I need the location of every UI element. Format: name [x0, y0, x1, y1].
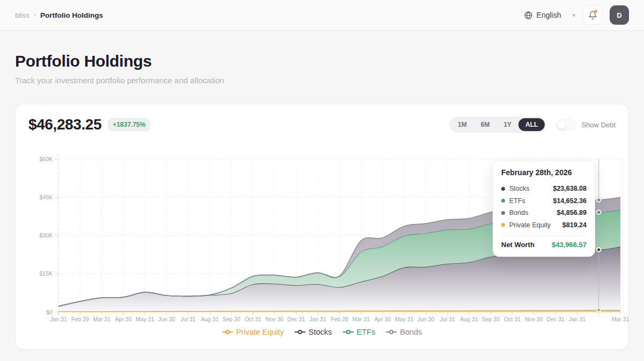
range-button-1m[interactable]: 1M	[451, 118, 474, 131]
x-axis-label: May 31	[395, 316, 414, 322]
tooltip-networth-label: Net Worth	[501, 241, 535, 249]
legend-label: Private Equity	[236, 328, 284, 336]
x-axis-label: Nov 30	[266, 316, 283, 322]
language-selector[interactable]: English ▾	[524, 11, 575, 20]
tooltip-date: February 28th, 2026	[501, 168, 587, 177]
toggle-knob	[558, 121, 566, 129]
x-axis-label: Aug 31	[201, 316, 218, 322]
x-axis-label: Apr 30	[115, 316, 131, 322]
legend-label: Bonds	[400, 328, 422, 336]
tooltip-networth-value: $43,966.57	[552, 241, 587, 249]
legend-marker-icon	[222, 329, 233, 335]
x-axis-label: Sep 30	[223, 316, 240, 322]
x-axis-label: Oct 31	[245, 316, 261, 322]
y-axis-label: $30K	[39, 232, 53, 239]
tooltip-row-value: $4,856.89	[557, 209, 587, 216]
legend-item-private_equity[interactable]: Private Equity	[222, 328, 284, 336]
tooltip-row: Private Equity $819.24	[501, 219, 587, 232]
tooltip-rows: Stocks $23,638.08 ETFs $14,652.36 Bonds …	[501, 183, 587, 231]
x-axis-label: Dec 31	[287, 316, 305, 322]
tooltip-divider	[501, 235, 587, 236]
language-label: English	[537, 11, 561, 19]
show-debt-label: Show Debt	[581, 121, 616, 129]
tooltip-row-label: Stocks	[509, 185, 530, 192]
tooltip-row: ETFs $14,652.36	[501, 195, 587, 207]
legend-label: ETFs	[357, 328, 376, 336]
portfolio-card: $46,283.25 +1837.75% 1M6M1YALL Show Debt…	[15, 104, 629, 350]
x-axis-label: Mar 31	[352, 316, 370, 322]
legend-marker-icon	[343, 329, 354, 335]
y-axis-label: $60K	[39, 156, 53, 162]
series-dot-icon	[501, 223, 505, 227]
highlight-dot-core-icon	[597, 198, 600, 201]
x-axis-label: Jun 30	[418, 316, 435, 322]
x-axis-label: Aug 31	[460, 316, 478, 322]
tooltip-row-label: ETFs	[509, 197, 525, 205]
series-dot-icon	[501, 199, 505, 203]
x-axis-label: Jul 31	[440, 316, 455, 322]
tooltip-row-label: Bonds	[509, 209, 528, 216]
x-axis-label: Mar 31	[93, 316, 111, 322]
series-dot-icon	[501, 187, 505, 191]
globe-icon	[524, 11, 533, 20]
x-axis-label: Jan 31	[50, 316, 67, 322]
tooltip-row-value: $23,638.08	[553, 185, 587, 192]
legend-marker-icon	[295, 329, 305, 335]
x-axis-label: May 31	[136, 316, 155, 322]
range-button-6m[interactable]: 6M	[474, 118, 497, 131]
breadcrumb-separator-icon: ›	[34, 11, 36, 19]
tooltip-row: Bonds $4,856.89	[501, 207, 587, 219]
x-axis-label: Sep 30	[482, 316, 500, 322]
x-axis-label: Mar 31	[612, 316, 630, 322]
y-axis-label: $15K	[39, 270, 53, 277]
x-axis-label: Apr 30	[375, 316, 391, 322]
tooltip-row: Stocks $23,638.08	[501, 183, 587, 195]
notifications-button[interactable]	[583, 5, 602, 25]
legend-item-stocks[interactable]: Stocks	[295, 328, 332, 336]
x-axis-label: Oct 31	[504, 316, 521, 322]
highlight-dot-core-icon	[597, 248, 600, 251]
series-dot-icon	[501, 211, 505, 215]
legend-label: Stocks	[309, 328, 332, 336]
change-badge: +1837.75%	[108, 118, 150, 131]
tooltip-row-value: $819.24	[562, 221, 587, 229]
chart-tooltip: February 28th, 2026 Stocks $23,638.08 ET…	[493, 161, 595, 257]
x-axis-label: Jan 31	[309, 316, 326, 322]
breadcrumb-root[interactable]: bliss	[15, 11, 30, 19]
show-debt-toggle[interactable]	[556, 119, 576, 131]
highlight-dot-core-icon	[597, 211, 600, 214]
x-axis-label: Feb 29	[71, 316, 89, 322]
range-button-1y[interactable]: 1Y	[496, 118, 518, 131]
x-axis-label: Jun 30	[158, 316, 175, 322]
y-axis-label: $0	[46, 309, 53, 315]
legend-item-etfs[interactable]: ETFs	[343, 328, 376, 336]
x-axis-label: Feb 28	[331, 316, 348, 322]
x-axis-label: Jul 31	[181, 316, 196, 322]
page-subtitle: Track your investment portfolio performa…	[15, 76, 629, 85]
avatar[interactable]: D	[610, 5, 629, 25]
net-worth-value: $46,283.25	[28, 116, 101, 133]
x-axis-label: Nov 30	[525, 316, 543, 322]
x-axis-label: Jan 31	[569, 316, 586, 322]
legend-marker-icon	[386, 329, 397, 335]
tooltip-row-value: $14,652.36	[553, 197, 587, 205]
time-range-group: 1M6M1YALL	[449, 117, 546, 133]
breadcrumb-current: Portfolio Holdings	[40, 11, 103, 19]
x-axis-label: Dec 31	[547, 316, 565, 322]
highlight-dot-core-icon	[597, 308, 600, 311]
notification-dot	[594, 10, 597, 13]
chart-legend: Private Equity Stocks ETFs Bonds	[16, 328, 628, 336]
tooltip-row-label: Private Equity	[509, 221, 551, 229]
range-button-all[interactable]: ALL	[518, 118, 545, 131]
page-title: Portfolio Holdings	[15, 52, 629, 70]
breadcrumb: bliss › Portfolio Holdings	[15, 11, 103, 19]
legend-item-bonds[interactable]: Bonds	[386, 328, 422, 336]
chevron-down-icon: ▾	[572, 12, 575, 19]
y-axis-label: $45K	[39, 194, 53, 200]
top-bar: bliss › Portfolio Holdings English ▾ D	[0, 0, 644, 31]
avatar-initial: D	[617, 11, 621, 19]
